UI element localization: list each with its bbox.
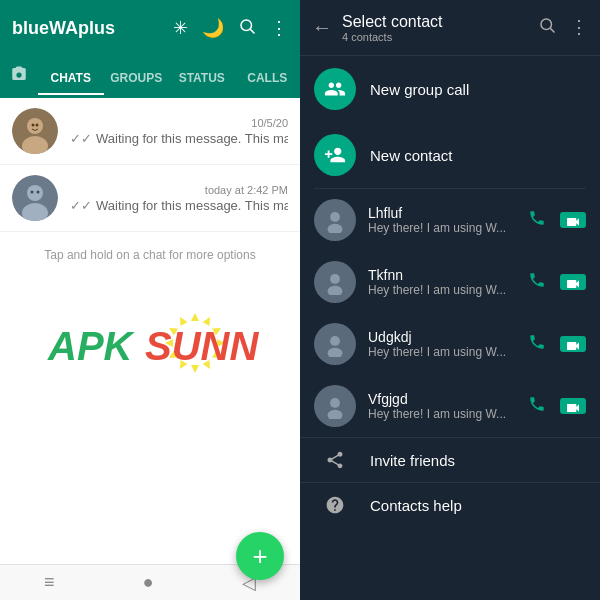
video-call-icon[interactable]: [560, 212, 586, 228]
contacts-help-item[interactable]: Contacts help: [300, 482, 600, 527]
fab-button[interactable]: +: [236, 532, 284, 580]
group-call-icon-bg: [314, 68, 356, 110]
svg-marker-12: [191, 313, 199, 321]
contact-actions: [528, 271, 586, 294]
hint-text: Tap and hold on a chat for more options: [0, 232, 300, 278]
svg-line-1: [250, 29, 254, 33]
avatar: [12, 108, 58, 154]
tabs-bar: CHATS GROUPS STATUS CALLS: [0, 56, 300, 98]
contact-info: Tkfnn Hey there! I am using W...: [368, 267, 516, 297]
chat-list: 10/5/20 ✓✓ Waiting for this message. Thi…: [0, 98, 300, 564]
tab-chats[interactable]: CHATS: [38, 59, 104, 95]
svg-text:APK: APK: [47, 324, 136, 368]
svg-point-11: [37, 191, 40, 194]
share-icon: [314, 450, 356, 470]
new-contact-item[interactable]: New contact: [300, 122, 600, 188]
header-icons: ✳ 🌙 ⋮: [173, 17, 288, 40]
svg-point-38: [330, 398, 340, 408]
call-icon[interactable]: [528, 395, 546, 418]
contact-status: Hey there! I am using W...: [368, 345, 516, 359]
camera-tab[interactable]: [0, 56, 38, 98]
home-icon[interactable]: ●: [143, 572, 154, 593]
contact-list: New group call New contact Lhfluf Hey th…: [300, 56, 600, 600]
select-contact-title: Select contact: [342, 13, 528, 31]
svg-point-26: [541, 19, 552, 30]
double-tick-icon: ✓✓: [70, 198, 92, 213]
right-header-icons: ⋮: [538, 16, 588, 39]
left-header: blueWAplus ✳ 🌙 ⋮: [0, 0, 300, 56]
video-call-icon[interactable]: [560, 274, 586, 290]
right-header: ← Select contact 4 contacts ⋮: [300, 0, 600, 56]
new-group-call-label: New group call: [370, 81, 469, 98]
svg-point-35: [330, 336, 340, 346]
back-button[interactable]: ←: [312, 16, 332, 39]
contacts-help-label: Contacts help: [370, 497, 462, 514]
call-icon[interactable]: [528, 209, 546, 232]
invite-friends-label: Invite friends: [370, 452, 455, 469]
contact-avatar: [314, 199, 356, 241]
more-options-icon[interactable]: ⋮: [570, 16, 588, 39]
contact-actions: [528, 209, 586, 232]
contact-status: Hey there! I am using W...: [368, 221, 516, 235]
contact-status: Hey there! I am using W...: [368, 283, 516, 297]
call-icon[interactable]: [528, 271, 546, 294]
svg-point-3: [27, 118, 43, 134]
contact-name: Vfgjgd: [368, 391, 516, 407]
chat-top: today at 2:42 PM: [70, 184, 288, 196]
chat-message: ✓✓ Waiting for this message. This may ta…: [70, 131, 288, 146]
contact-actions: [528, 333, 586, 356]
app-title: blueWAplus: [12, 18, 115, 39]
avatar: [12, 175, 58, 221]
sparkle-icon[interactable]: ✳: [173, 17, 188, 39]
video-call-icon[interactable]: [560, 336, 586, 352]
svg-point-29: [330, 212, 340, 222]
contact-item[interactable]: Lhfluf Hey there! I am using W...: [300, 189, 600, 251]
tab-calls[interactable]: CALLS: [235, 59, 301, 95]
contact-name: Tkfnn: [368, 267, 516, 283]
contact-name: Udgkdj: [368, 329, 516, 345]
call-icon[interactable]: [528, 333, 546, 356]
svg-point-6: [36, 124, 39, 127]
contact-item[interactable]: Tkfnn Hey there! I am using W...: [300, 251, 600, 313]
new-group-call-item[interactable]: New group call: [300, 56, 600, 122]
contact-actions: [528, 395, 586, 418]
chat-top: 10/5/20: [70, 117, 288, 129]
contacts-count: 4 contacts: [342, 31, 528, 43]
contact-status: Hey there! I am using W...: [368, 407, 516, 421]
menu-icon[interactable]: ≡: [44, 572, 55, 593]
new-contact-icon-bg: [314, 134, 356, 176]
chat-item[interactable]: today at 2:42 PM ✓✓ Waiting for this mes…: [0, 165, 300, 232]
help-icon: [314, 495, 356, 515]
tab-status[interactable]: STATUS: [169, 59, 235, 95]
svg-point-10: [31, 191, 34, 194]
svg-point-32: [330, 274, 340, 284]
more-options-icon[interactable]: ⋮: [270, 17, 288, 39]
moon-icon[interactable]: 🌙: [202, 17, 224, 39]
tab-groups[interactable]: GROUPS: [104, 59, 170, 95]
svg-point-8: [27, 185, 43, 201]
contact-info: Udgkdj Hey there! I am using W...: [368, 329, 516, 359]
chat-date: today at 2:42 PM: [205, 184, 288, 196]
contact-avatar: [314, 323, 356, 365]
contact-avatar: [314, 385, 356, 427]
contact-item[interactable]: Vfgjgd Hey there! I am using W...: [300, 375, 600, 437]
search-icon[interactable]: [238, 17, 256, 40]
left-panel: blueWAplus ✳ 🌙 ⋮ CHATS GROUPS STATUS CAL…: [0, 0, 300, 600]
chat-date: 10/5/20: [251, 117, 288, 129]
right-header-title: Select contact 4 contacts: [342, 13, 528, 43]
svg-text:SUNNY: SUNNY: [145, 324, 260, 368]
contact-avatar: [314, 261, 356, 303]
contact-info: Vfgjgd Hey there! I am using W...: [368, 391, 516, 421]
new-contact-label: New contact: [370, 147, 453, 164]
contact-item[interactable]: Udgkdj Hey there! I am using W...: [300, 313, 600, 375]
svg-point-0: [241, 20, 252, 31]
contact-info: Lhfluf Hey there! I am using W...: [368, 205, 516, 235]
svg-point-5: [32, 124, 35, 127]
svg-line-27: [550, 28, 554, 32]
invite-friends-item[interactable]: Invite friends: [300, 437, 600, 482]
search-icon[interactable]: [538, 16, 556, 39]
chat-content: 10/5/20 ✓✓ Waiting for this message. Thi…: [70, 117, 288, 146]
video-call-icon[interactable]: [560, 398, 586, 414]
chat-item[interactable]: 10/5/20 ✓✓ Waiting for this message. Thi…: [0, 98, 300, 165]
chat-message: ✓✓ Waiting for this message. This may ta…: [70, 198, 288, 213]
